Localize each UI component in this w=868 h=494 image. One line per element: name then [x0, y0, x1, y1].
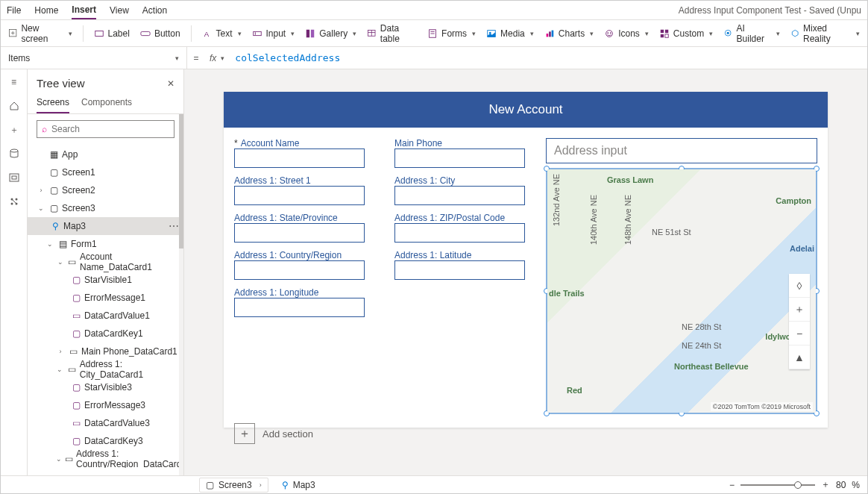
map-label: dle Trails	[549, 289, 585, 298]
button-button[interactable]: Button	[140, 28, 180, 39]
tree-scrollbar[interactable]	[179, 114, 183, 248]
charts-dropdown[interactable]: Charts▾	[544, 28, 594, 39]
map-icon: ⚲	[282, 480, 289, 490]
input-dropdown[interactable]: Input▾	[252, 28, 295, 39]
zoom-in-button[interactable]: ＋	[821, 478, 830, 491]
formula-input[interactable]: colSelectedAddress	[230, 52, 867, 63]
card-icon: ▭	[68, 346, 78, 357]
forms-dropdown[interactable]: Forms▾	[427, 28, 476, 39]
node-map3[interactable]: ⚲Map3⋯	[28, 217, 183, 235]
breadcrumb-screen[interactable]: ▢Screen3›	[199, 478, 268, 493]
svg-rect-9	[311, 29, 314, 37]
mixed-reality-dropdown[interactable]: Mixed Reality▾	[790, 23, 860, 44]
card-icon: ▭	[65, 454, 73, 464]
formula-bar: Items▾ = fx▾ colSelectedAddress	[1, 47, 867, 69]
tree: ▦App ▢Screen1 ›▢Screen2 ⌄▢Screen3 ⚲Map3⋯…	[28, 144, 183, 468]
svg-point-34	[15, 198, 17, 201]
menu-insert[interactable]: Insert	[72, 1, 96, 19]
screen-icon: ▢	[48, 203, 59, 213]
node-errmsg3[interactable]: ▢ErrorMessage3	[28, 396, 183, 414]
node-dcvalue3[interactable]: ▭DataCardValue3	[28, 414, 183, 432]
svg-rect-3	[95, 31, 103, 36]
media-dropdown[interactable]: Media▾	[486, 28, 534, 39]
label-button[interactable]: Label	[94, 28, 130, 39]
node-dckey1[interactable]: ▢DataCardKey1	[28, 325, 183, 343]
input-lon[interactable]	[234, 298, 365, 317]
node-errmsg1[interactable]: ▢ErrorMessage1	[28, 289, 183, 307]
node-dckey3[interactable]: ▢DataCardKey3	[28, 432, 183, 450]
node-dcvalue1[interactable]: ▭DataCardValue1	[28, 307, 183, 325]
map-locate-button[interactable]: ◊	[789, 274, 810, 298]
data-table-button[interactable]: Data table	[367, 23, 417, 44]
tree-search-input[interactable]	[51, 124, 169, 134]
media-icon	[486, 28, 497, 39]
address-input-component[interactable]: Address input	[546, 138, 817, 163]
input-city[interactable]	[394, 186, 525, 205]
map-label: NE 51st St	[652, 228, 691, 237]
canvas[interactable]: New Account *Account Name Address 1: Str…	[184, 69, 867, 475]
ai-builder-dropdown[interactable]: AI Builder▾	[723, 23, 779, 44]
map-zoom-out-button[interactable]: −	[789, 322, 810, 346]
form-icon: ▤	[57, 239, 68, 249]
input-zip[interactable]	[394, 223, 525, 243]
svg-point-35	[10, 203, 13, 205]
insert-toolbar: New screen▾ Label Button AText▾ Input▾ G…	[1, 20, 867, 47]
text-icon: A	[202, 28, 213, 39]
input-country[interactable]	[234, 260, 365, 280]
fx-button[interactable]: fx	[205, 53, 221, 63]
add-section-label: Add section	[262, 428, 313, 440]
new-screen-button[interactable]: New screen▾	[8, 23, 72, 44]
node-starvisible3[interactable]: ▢StarVisible3	[28, 378, 183, 396]
text-dropdown[interactable]: AText▾	[202, 28, 242, 39]
map-label: Red	[567, 386, 582, 395]
node-card-city[interactable]: ⌄▭Address 1: City_DataCard1	[28, 360, 183, 378]
node-card-mainphone[interactable]: ›▭Main Phone_DataCard1	[28, 343, 183, 360]
input-lat[interactable]	[394, 260, 525, 280]
svg-rect-26	[661, 34, 664, 37]
input-state[interactable]	[234, 223, 365, 243]
close-icon[interactable]: ✕	[167, 78, 174, 89]
node-screen3[interactable]: ⌄▢Screen3	[28, 199, 183, 217]
node-screen1[interactable]: ▢Screen1	[28, 163, 183, 181]
data-rail-icon[interactable]	[7, 147, 21, 160]
ai-icon	[723, 28, 732, 39]
tree-search[interactable]: ⌕	[37, 120, 174, 138]
svg-point-22	[608, 32, 609, 34]
property-selector[interactable]: Items▾	[1, 47, 187, 69]
node-screen2[interactable]: ›▢Screen2	[28, 181, 183, 199]
more-icon[interactable]: ⋯	[169, 220, 179, 232]
tree-view-rail-icon[interactable]: ≡	[7, 75, 21, 89]
gallery-dropdown[interactable]: Gallery▾	[305, 28, 356, 39]
icons-dropdown[interactable]: Icons▾	[604, 28, 649, 39]
custom-dropdown[interactable]: Custom▾	[659, 28, 713, 39]
node-card-account[interactable]: ⌄▭Account Name_DataCard1	[28, 253, 183, 271]
node-form1[interactable]: ⌄▤Form1	[28, 235, 183, 253]
menu-file[interactable]: File	[7, 2, 21, 19]
node-starvisible1[interactable]: ▢StarVisible1	[28, 271, 183, 289]
node-app[interactable]: ▦App	[28, 146, 183, 163]
input-main-phone[interactable]	[394, 148, 525, 168]
insert-rail-icon[interactable]	[7, 99, 21, 113]
input-street[interactable]	[234, 186, 365, 205]
menu-action[interactable]: Action	[142, 2, 167, 19]
input-account-name[interactable]	[234, 148, 365, 168]
node-card-country[interactable]: ⌄▭Address 1: Country/Region_DataCard	[28, 450, 183, 468]
media-rail-icon[interactable]	[7, 171, 21, 184]
menu-view[interactable]: View	[110, 2, 129, 19]
tab-components[interactable]: Components	[81, 93, 132, 113]
zoom-value: 80	[836, 480, 846, 490]
equals-label: =	[187, 53, 205, 63]
add-rail-icon[interactable]: ＋	[7, 123, 21, 137]
breadcrumb-map[interactable]: ⚲Map3	[276, 478, 321, 493]
add-section-button[interactable]: ＋	[234, 423, 255, 444]
svg-point-23	[610, 32, 611, 34]
menu-home[interactable]: Home	[34, 2, 58, 19]
zoom-slider[interactable]	[740, 484, 815, 486]
zoom-out-button[interactable]: −	[729, 480, 735, 490]
advanced-rail-icon[interactable]	[7, 195, 21, 208]
tab-screens[interactable]: Screens	[37, 93, 69, 113]
map-label: Campton	[776, 196, 811, 205]
map-control[interactable]: Grass Lawn Campton Adelai NE 51st St 132…	[546, 168, 817, 414]
map-pitch-button[interactable]: ▲	[789, 346, 810, 369]
map-zoom-in-button[interactable]: ＋	[789, 298, 810, 322]
